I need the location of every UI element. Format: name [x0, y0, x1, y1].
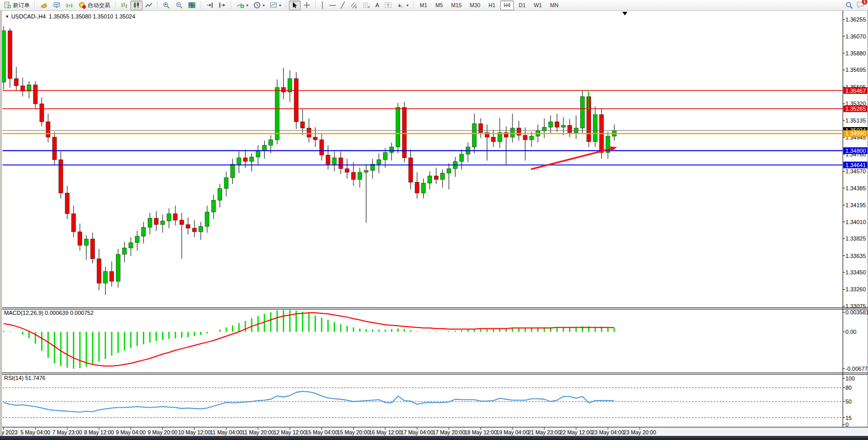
macd-axis-label: 0.003581 — [845, 309, 868, 315]
macd-axis-label: -0.006775 — [845, 366, 868, 372]
line-chart-icon — [145, 2, 152, 9]
chart-window: 1.362551.360701.358801.356951.355051.353… — [0, 10, 868, 436]
autotrading-icon — [78, 2, 86, 9]
price-tick-label: 1.34570 — [845, 168, 866, 174]
signals-button[interactable] — [63, 1, 76, 10]
vertical-line-tool[interactable]: │ — [318, 1, 327, 10]
time-tick-label: 11 May 20:00 — [242, 429, 274, 435]
candle-body — [135, 236, 139, 243]
candle-body — [288, 78, 292, 92]
crosshair-button[interactable] — [301, 1, 313, 10]
search-icon[interactable] — [845, 2, 853, 9]
tile-windows-button[interactable] — [186, 1, 198, 10]
terminal-button[interactable] — [50, 1, 63, 10]
dropdown-caret: ▾ — [263, 3, 265, 8]
timeframe-H4[interactable]: H4 — [500, 1, 514, 10]
new-order-button[interactable]: 新订单 — [2, 1, 32, 10]
candle-body — [40, 104, 44, 122]
svg-text:F: F — [368, 6, 370, 9]
timeframe-M30[interactable]: M30 — [466, 1, 484, 10]
trend-arrow[interactable] — [531, 148, 613, 169]
arrows-icon — [397, 2, 404, 9]
candle-body — [78, 232, 82, 245]
trendline-tool[interactable]: ╱ — [339, 1, 347, 10]
add-indicator-button[interactable]: ▾ — [234, 1, 251, 10]
megaphone-icon — [40, 2, 48, 9]
timeframe-M15[interactable]: M15 — [447, 1, 465, 10]
timeframe-H1[interactable]: H1 — [485, 1, 499, 10]
chart-shift-marker[interactable] — [622, 12, 627, 15]
price-label-badge: 1.34641 — [843, 162, 867, 168]
time-axis[interactable]: 4 May 20235 May 04:007 May 23:008 May 12… — [0, 427, 868, 436]
megaphone-button[interactable] — [37, 1, 50, 10]
timeframe-M1[interactable]: M1 — [416, 1, 431, 10]
candle-body — [2, 31, 6, 82]
arrows-tool[interactable]: ▾ — [394, 1, 411, 10]
chart-shift-button[interactable] — [216, 1, 229, 10]
candle-body — [211, 200, 215, 212]
divider — [413, 2, 414, 9]
chart-canvas[interactable]: 1.362551.360701.358801.356951.355051.353… — [0, 10, 868, 436]
text-label-tool[interactable]: T — [382, 1, 394, 10]
horizontal-line-tool[interactable]: — — [327, 1, 339, 10]
cursor-button[interactable] — [289, 1, 301, 10]
text-tool[interactable]: A — [373, 1, 382, 10]
timeframe-W1[interactable]: W1 — [530, 1, 546, 10]
candlestick-chart-button[interactable] — [130, 1, 143, 10]
candle-body — [548, 122, 553, 128]
zoom-in-button[interactable] — [160, 1, 173, 10]
price-tick-label: 1.36070 — [845, 33, 866, 39]
divider — [286, 2, 287, 9]
fibonacci-tool[interactable]: F — [360, 1, 373, 10]
toolbar-right-group: 1 — [845, 1, 866, 10]
autotrading-button[interactable]: 自动交易 — [76, 1, 113, 10]
timeframe-D1[interactable]: D1 — [515, 1, 529, 10]
svg-text:1.35265: 1.35265 — [845, 106, 866, 112]
svg-text:1.35467: 1.35467 — [845, 88, 866, 94]
price-tick-label: 1.33260 — [845, 286, 866, 292]
candle-body — [517, 128, 521, 135]
time-tick-label: 11 May 04:00 — [210, 429, 243, 435]
candle-body — [421, 183, 425, 193]
equidistant-channel-tool[interactable]: E — [347, 1, 360, 10]
price-label-badge: 1.34990 — [843, 130, 867, 137]
auto-scroll-button[interactable] — [203, 1, 216, 10]
dropdown-caret: ▾ — [279, 3, 281, 8]
horizontal-line-icon: — — [330, 2, 336, 8]
rsi-axis-label: 50 — [845, 398, 852, 405]
candle-body — [91, 239, 95, 259]
candle-body — [103, 271, 107, 283]
window-menu-icon[interactable]: ▼ — [5, 14, 9, 19]
time-tick-label: 19 May 04:00 — [496, 429, 529, 435]
candle-body — [523, 135, 527, 140]
macd-indicator-label: MACD(12,26,9) 0.000639 0.000752 — [4, 310, 93, 316]
cursor-icon — [291, 2, 298, 9]
candle-body — [84, 239, 88, 245]
candle-body — [389, 147, 393, 153]
price-label-badge: 1.35265 — [843, 106, 867, 112]
candle-body — [491, 137, 496, 142]
timeframe-MN[interactable]: MN — [546, 1, 562, 10]
periods-button[interactable]: ▾ — [251, 1, 267, 10]
chat-button[interactable]: 1 — [856, 1, 864, 10]
line-chart-button[interactable] — [143, 1, 155, 10]
auto-scroll-icon — [206, 2, 213, 9]
zoom-out-button[interactable] — [173, 1, 186, 10]
bar-chart-button[interactable] — [118, 1, 130, 10]
timeframe-M5[interactable]: M5 — [432, 1, 447, 10]
candle-body — [148, 218, 152, 228]
candle-body — [142, 227, 146, 236]
candle-body — [180, 220, 184, 225]
divider — [34, 2, 35, 9]
candle-body — [377, 159, 381, 164]
candle-body — [275, 88, 279, 140]
divider — [115, 2, 116, 9]
candle-body — [593, 114, 597, 142]
candle-body — [434, 176, 438, 179]
candle-body — [33, 85, 37, 104]
price-tick-label: 1.34385 — [845, 185, 866, 191]
trendline-icon: ╱ — [341, 2, 345, 8]
rsi-axis-label: 80 — [845, 385, 852, 391]
templates-button[interactable]: ▾ — [267, 1, 284, 10]
divider — [315, 2, 316, 9]
